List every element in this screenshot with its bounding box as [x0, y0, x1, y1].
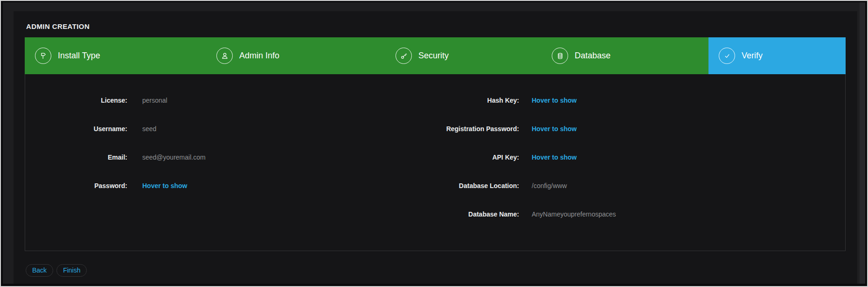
field-row-api-key: API Key: Hover to show: [436, 143, 846, 171]
field-label: Database Location:: [436, 182, 519, 189]
hover-to-show-link[interactable]: Hover to show: [532, 125, 576, 133]
step-verify[interactable]: Verify: [708, 37, 846, 74]
field-value: personal: [142, 97, 167, 104]
user-icon: [216, 48, 233, 64]
summary-column-right: Hash Key: Hover to show Registration Pas…: [436, 86, 846, 228]
step-label: Verify: [742, 51, 763, 61]
admin-creation-panel: ADMIN CREATION Install Type: [14, 11, 857, 284]
finish-button[interactable]: Finish: [56, 264, 87, 277]
step-label: Database: [575, 51, 611, 61]
step-label: Install Type: [58, 51, 100, 61]
step-install-type[interactable]: Install Type: [25, 37, 206, 74]
step-label: Security: [418, 51, 449, 61]
field-row-database-name: Database Name: AnyNameyouprefernospaces: [436, 200, 846, 228]
database-icon: [552, 48, 568, 64]
field-value: /config/www: [532, 182, 567, 189]
wizard-actions: Back Finish: [26, 264, 87, 277]
back-button[interactable]: Back: [26, 264, 53, 277]
step-database[interactable]: Database: [542, 37, 708, 74]
field-label: License:: [25, 97, 127, 104]
field-label: Password:: [25, 182, 127, 189]
wizard-box: Install Type Admin Info: [25, 37, 846, 251]
summary-column-left: License: personal Username: seed Email: …: [25, 86, 436, 200]
field-label: API Key:: [436, 154, 519, 161]
hover-to-show-link[interactable]: Hover to show: [532, 97, 576, 104]
signpost-icon: [35, 48, 51, 64]
page-background: ADMIN CREATION Install Type: [3, 2, 865, 284]
field-label: Database Name:: [436, 210, 519, 218]
field-label: Username:: [25, 125, 127, 133]
step-security[interactable]: Security: [385, 37, 542, 74]
field-label: Email:: [25, 154, 127, 161]
step-label: Admin Info: [239, 51, 279, 61]
field-label: Hash Key:: [436, 97, 519, 104]
field-label: Registration Password:: [436, 125, 519, 133]
field-row-license: License: personal: [25, 86, 436, 114]
field-row-password: Password: Hover to show: [25, 171, 436, 200]
vertical-scrollbar[interactable]: [860, 2, 865, 284]
key-icon: [396, 48, 412, 64]
check-icon: [719, 48, 735, 64]
field-row-registration-password: Registration Password: Hover to show: [436, 114, 846, 143]
page-title: ADMIN CREATION: [26, 22, 90, 30]
field-row-hash-key: Hash Key: Hover to show: [436, 86, 846, 114]
field-value: AnyNameyouprefernospaces: [532, 210, 616, 218]
hover-to-show-link[interactable]: Hover to show: [532, 154, 576, 161]
field-row-database-location: Database Location: /config/www: [436, 171, 846, 200]
wizard-steps: Install Type Admin Info: [25, 37, 846, 74]
field-value: seed@youremail.com: [142, 154, 206, 161]
field-value: seed: [142, 125, 156, 133]
field-row-email: Email: seed@youremail.com: [25, 143, 436, 171]
window-frame: ADMIN CREATION Install Type: [0, 0, 868, 287]
field-row-username: Username: seed: [25, 114, 436, 143]
step-admin-info[interactable]: Admin Info: [206, 37, 385, 74]
hover-to-show-link[interactable]: Hover to show: [142, 182, 187, 189]
